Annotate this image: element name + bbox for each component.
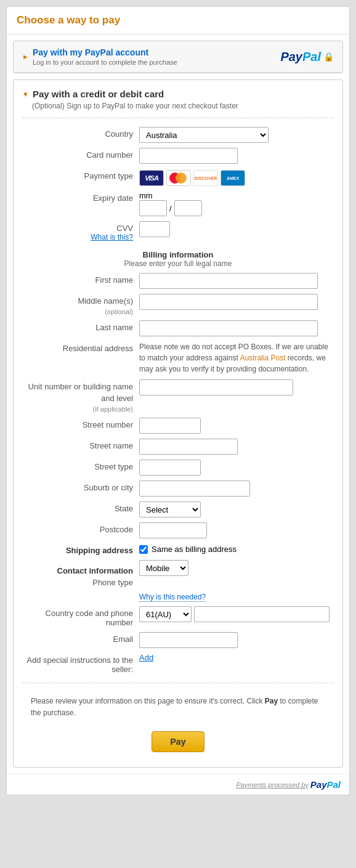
shipping-checkbox-row: Same as billing address (139, 543, 334, 554)
page-header: Choose a way to pay (7, 7, 349, 34)
pay-button-row: Pay (22, 725, 334, 758)
street-number-field (139, 418, 334, 434)
middle-name-field (139, 294, 334, 310)
payment-type-label: Payment type (22, 169, 133, 180)
review-text: Please review your information on this p… (22, 689, 334, 725)
credit-section-title: ▼ Pay with a credit or debit card (22, 89, 334, 99)
cvv-label: CVV (22, 221, 133, 233)
phone-number-field: 61(AU) 1(US) 44(UK) (139, 606, 334, 622)
unit-label: Unit number or building name (22, 379, 133, 391)
credit-card-form: ▼ Pay with a credit or debit card (Optio… (14, 80, 342, 767)
country-code-select[interactable]: 61(AU) 1(US) 44(UK) (139, 606, 192, 622)
residential-note: Please note we do not accept PO Boxes. I… (139, 341, 334, 375)
expiry-separator: / (169, 204, 172, 213)
postcode-input[interactable] (139, 522, 207, 538)
phone-type-select[interactable]: Mobile Home Work (139, 560, 188, 576)
postcode-field (139, 522, 334, 538)
visa-icon: VISA (139, 170, 164, 186)
last-name-input[interactable] (139, 320, 318, 336)
phone-input[interactable] (194, 606, 330, 622)
shipping-checkbox-label: Same as billing address (152, 545, 237, 554)
expiry-mm-input[interactable] (139, 200, 167, 216)
shipping-checkbox[interactable] (139, 545, 148, 554)
credit-arrow-icon: ▼ (22, 91, 29, 98)
discover-icon: DISCOVER (193, 170, 218, 186)
unit-field (139, 379, 334, 395)
expiry-yy-input[interactable] (174, 200, 202, 216)
page-footer: Payments processed by PayPal (7, 774, 349, 795)
footer-paypal-logo: PayPal (310, 779, 341, 790)
country-code-label: Country code and phone number (22, 606, 133, 627)
pay-button[interactable]: Pay (152, 731, 205, 752)
cvv-label-cell: CVV What is this? (22, 221, 133, 241)
australia-post-highlight: Australia Post (240, 354, 285, 362)
street-type-input[interactable] (139, 460, 201, 476)
country-field: Australia United States United Kingdom C… (139, 127, 334, 143)
middle-name-label: Middle name(s) (22, 294, 133, 306)
payment-container: Choose a way to pay ► Pay with my PayPal… (6, 6, 350, 795)
why-needed-link[interactable]: Why is this needed? (139, 593, 206, 602)
amex-icon: AMEX (220, 170, 245, 186)
email-input[interactable] (139, 632, 238, 648)
credit-card-section: ▼ Pay with a credit or debit card (Optio… (13, 79, 343, 768)
last-name-field (139, 320, 334, 336)
street-type-field (139, 460, 334, 476)
street-name-field (139, 439, 334, 455)
state-field: Select NSW VIC QLD SA WA TAS ACT NT (139, 501, 334, 517)
card-number-label: Card number (22, 148, 133, 160)
country-select[interactable]: Australia United States United Kingdom C… (139, 127, 269, 143)
state-select[interactable]: Select NSW VIC QLD SA WA TAS ACT NT (139, 501, 201, 517)
payment-type-icons: VISA DISCOVER AMEX (139, 169, 334, 186)
street-number-input[interactable] (139, 418, 201, 434)
paypal-logo-text: PayPal (280, 50, 321, 64)
paypal-arrow-icon: ► (22, 53, 29, 60)
billing-title: Billing information (22, 250, 334, 259)
expiry-label: Expiry date (22, 191, 133, 203)
paypal-header-text: Pay with my PayPal account Log in to you… (33, 47, 177, 66)
middle-name-optional: (optional) (22, 306, 133, 315)
billing-subtitle: Please enter your full legal name (22, 259, 334, 268)
add-instructions-field: Add (139, 653, 334, 662)
special-instructions-label: Add special instructions to the seller: (22, 653, 133, 674)
unit-sublabel2: (if applicable) (22, 403, 133, 413)
email-field (139, 632, 334, 648)
card-number-field (139, 148, 334, 164)
paypal-logo: PayPal 🔒 (280, 50, 334, 64)
street-type-label: Street type (22, 460, 133, 471)
contact-label: Contact information (22, 564, 133, 575)
paypal-section-header: ► Pay with my PayPal account Log in to y… (14, 41, 342, 73)
paypal-subtitle: Log in to your account to complete the p… (33, 59, 177, 66)
residential-label: Residential address (22, 341, 133, 353)
email-label: Email (22, 632, 133, 644)
first-name-field (139, 273, 334, 289)
phone-type-field: Mobile Home Work (139, 560, 334, 576)
street-number-label: Street number (22, 418, 133, 429)
footer-link[interactable]: Payments processed by (236, 781, 308, 789)
unit-input[interactable] (139, 379, 293, 395)
lock-icon: 🔒 (323, 52, 334, 62)
phone-type-label: Phone type (22, 575, 133, 587)
cvv-input[interactable] (139, 221, 170, 237)
cvv-field (139, 221, 334, 237)
credit-section-heading: Pay with a credit or debit card (33, 89, 164, 99)
mm-label: mm (139, 191, 153, 200)
first-name-label: First name (22, 273, 133, 285)
paypal-account-link[interactable]: Pay with my PayPal account (33, 47, 148, 57)
postcode-label: Postcode (22, 522, 133, 534)
mastercard-icon (166, 170, 191, 186)
suburb-input[interactable] (139, 481, 250, 497)
first-name-input[interactable] (139, 273, 318, 289)
payment-form: Country Australia United States United K… (22, 124, 334, 676)
footer-text: Payments processed by PayPal (236, 779, 341, 790)
shipping-label: Shipping address (22, 543, 133, 555)
card-number-input[interactable] (139, 148, 238, 164)
street-name-input[interactable] (139, 439, 238, 455)
review-divider (22, 683, 334, 683)
credit-section-subtitle: (Optional) Sign up to PayPal to make you… (22, 102, 334, 110)
what-is-this-link[interactable]: What is this? (22, 233, 133, 241)
billing-info-header: Billing information Please enter your fu… (22, 246, 334, 268)
add-instructions-link[interactable]: Add (139, 653, 153, 662)
middle-name-input[interactable] (139, 294, 318, 310)
suburb-field (139, 481, 334, 497)
unit-sublabel: and level (22, 391, 133, 403)
